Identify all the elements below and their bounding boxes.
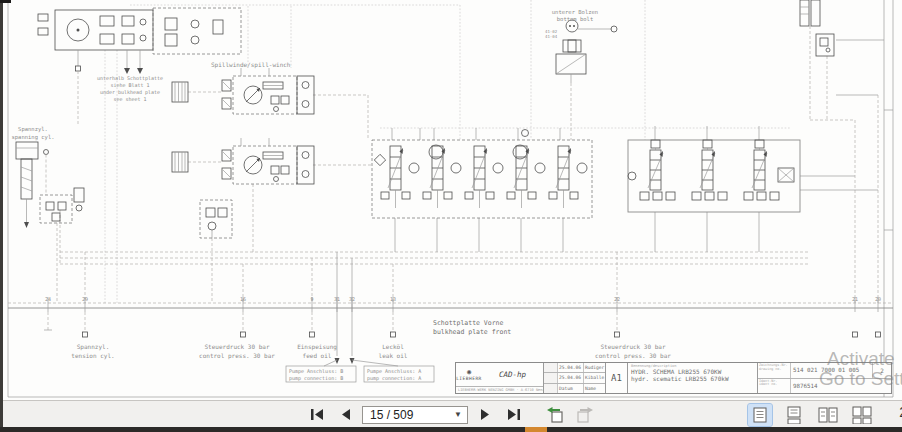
winch-unit-2 xyxy=(222,138,314,184)
page-indicator: 15 / 509 xyxy=(370,408,413,422)
first-page-button[interactable] xyxy=(306,404,328,426)
label-bulkhead-front: Schottplatte Vorne xyxy=(433,319,504,327)
svg-text:see sheet 1: see sheet 1 xyxy=(113,96,146,102)
svg-text:32: 32 xyxy=(349,296,355,302)
sheet-format: A1 xyxy=(606,363,628,393)
drawing-frame xyxy=(8,0,893,397)
title-block: ◉LIEBHERR CAD-hp LIEBHERR-WERK NENZING G… xyxy=(455,362,892,394)
svg-text:20: 20 xyxy=(875,296,881,302)
svg-text:bulkhead plate front: bulkhead plate front xyxy=(433,328,511,336)
svg-text:Pumpe Anschluss: B: Pumpe Anschluss: B xyxy=(289,368,343,375)
drawing-title-de: HYDR. SCHEMA LRB255 670KW xyxy=(631,368,754,375)
svg-text:under bulkhead plate: under bulkhead plate xyxy=(100,89,160,96)
document-page: Spillwinde/spill-winch unterhalb Schottp… xyxy=(0,0,902,400)
single-page-icon xyxy=(750,406,770,424)
svg-text:Lecköl: Lecköl xyxy=(382,343,404,350)
valve-manifold-2 xyxy=(628,140,800,212)
page-navigation: 15 / 509 ▼ xyxy=(306,404,596,426)
liebherr-logo-icon: ◉LIEBHERR xyxy=(456,368,482,381)
title-block-signatures: 25.04.06Rudiger 25.04.06Kiballe DatumNam… xyxy=(544,363,606,393)
svg-text:Spannzyl.: Spannzyl. xyxy=(77,343,110,351)
two-page-scroll-icon xyxy=(851,406,873,424)
continuous-scroll-icon xyxy=(784,406,804,424)
next-page-button[interactable] xyxy=(474,404,496,426)
drawing-title-en: hydr. scematic LRB255 670kW xyxy=(631,375,754,382)
window-bottom-edge xyxy=(0,427,902,432)
top-right-cylinder xyxy=(800,0,834,56)
first-page-icon xyxy=(310,408,325,421)
svg-text:29: 29 xyxy=(82,296,88,302)
last-page-icon xyxy=(506,408,521,421)
svg-text:41-04: 41-04 xyxy=(545,34,558,39)
svg-text:control press. 30 bar: control press. 30 bar xyxy=(199,352,275,360)
next-view-button[interactable] xyxy=(574,404,596,426)
previous-view-button[interactable] xyxy=(544,404,566,426)
svg-text:Einspeisung: Einspeisung xyxy=(297,343,337,351)
previous-view-icon xyxy=(546,407,564,423)
svg-text:16: 16 xyxy=(240,296,246,302)
brake-coil-2 xyxy=(172,152,188,172)
sheet-number: 2 xyxy=(872,363,891,378)
valve-block-small xyxy=(200,200,232,238)
valve-manifold-1 xyxy=(372,130,592,219)
last-page-button[interactable] xyxy=(502,404,524,426)
viewer-toolbar: 15 / 509 ▼ xyxy=(0,400,902,428)
window-top-notch xyxy=(0,0,11,3)
dropdown-caret-icon[interactable]: ▼ xyxy=(454,410,467,419)
svg-text:9: 9 xyxy=(310,296,313,302)
tension-cylinder xyxy=(16,142,84,303)
svg-text:13: 13 xyxy=(390,296,396,302)
svg-text:spanning cyl.: spanning cyl. xyxy=(11,134,54,141)
svg-text:Pumpe Anschluss: A: Pumpe Anschluss: A xyxy=(367,368,421,375)
two-page-view-button[interactable] xyxy=(816,404,840,426)
title-block-description: Benennung/description HYDR. SCHEMA LRB25… xyxy=(628,363,758,393)
continuous-scroll-view-button[interactable] xyxy=(782,404,806,426)
company-address: LIEBHERR-WERK NENZING GMBH · A-6710 Nenz… xyxy=(456,386,543,393)
connection-lines xyxy=(60,0,884,356)
svg-text:unterhalb Schottplatte: unterhalb Schottplatte xyxy=(97,75,163,82)
cad-system-label: CAD-hp xyxy=(482,370,543,379)
bottom-bolt-assembly xyxy=(556,20,617,83)
svg-text:tension cyl.: tension cyl. xyxy=(71,352,114,360)
svg-text:21: 21 xyxy=(852,296,858,302)
svg-text:bottom bolt: bottom bolt xyxy=(557,16,593,22)
page-number-input[interactable]: 15 / 509 ▼ xyxy=(362,406,468,424)
svg-text:leak oil: leak oil xyxy=(379,352,408,359)
next-view-icon xyxy=(576,407,594,423)
svg-text:pump connection: A: pump connection: A xyxy=(367,375,421,382)
svg-text:22: 22 xyxy=(614,296,620,302)
svg-text:Spannzyl.: Spannzyl. xyxy=(18,126,48,133)
svg-text:control press. 30 bar: control press. 30 bar xyxy=(595,352,671,360)
label-spill-winch: Spillwinde/spill-winch xyxy=(211,61,291,69)
winch-unit-1 xyxy=(222,68,314,114)
svg-text:feed oil: feed oil xyxy=(303,352,332,359)
previous-page-icon xyxy=(339,408,352,421)
two-page-scroll-view-button[interactable] xyxy=(850,404,874,426)
svg-text:unterer Bolzen: unterer Bolzen xyxy=(552,9,598,15)
title-block-company: ◉LIEBHERR CAD-hp LIEBHERR-WERK NENZING G… xyxy=(456,363,544,393)
hydraulic-schematic: Spillwinde/spill-winch unterhalb Schottp… xyxy=(0,0,902,400)
next-page-icon xyxy=(479,408,492,421)
ident-number: 9876514 xyxy=(791,379,891,394)
pdf-viewer-window: Spillwinde/spill-winch unterhalb Schottp… xyxy=(0,0,902,432)
two-page-icon xyxy=(817,406,839,424)
single-page-view-button[interactable] xyxy=(748,404,772,426)
title-block-numbers: Zeichnungs-Nr. drawing no. 514 021 7000 … xyxy=(758,363,891,393)
taskbar-accent xyxy=(525,427,547,432)
svg-text:31: 31 xyxy=(334,296,340,302)
drawing-number: 514 021 7000 01 005 xyxy=(791,363,872,378)
svg-text:siehe Blatt 1: siehe Blatt 1 xyxy=(110,82,149,88)
window-left-edge xyxy=(0,0,3,432)
schematic-labels: Spillwinde/spill-winch unterhalb Schottp… xyxy=(11,9,881,382)
page-layout-controls xyxy=(748,404,874,426)
previous-page-button[interactable] xyxy=(334,404,356,426)
svg-text:Steuerdruck 30 bar: Steuerdruck 30 bar xyxy=(204,343,269,350)
svg-text:24: 24 xyxy=(45,296,51,302)
svg-text:Steuerdruck 30 bar: Steuerdruck 30 bar xyxy=(600,343,665,350)
brake-coil-1 xyxy=(172,82,188,102)
svg-text:pump connection: B: pump connection: B xyxy=(289,375,343,382)
